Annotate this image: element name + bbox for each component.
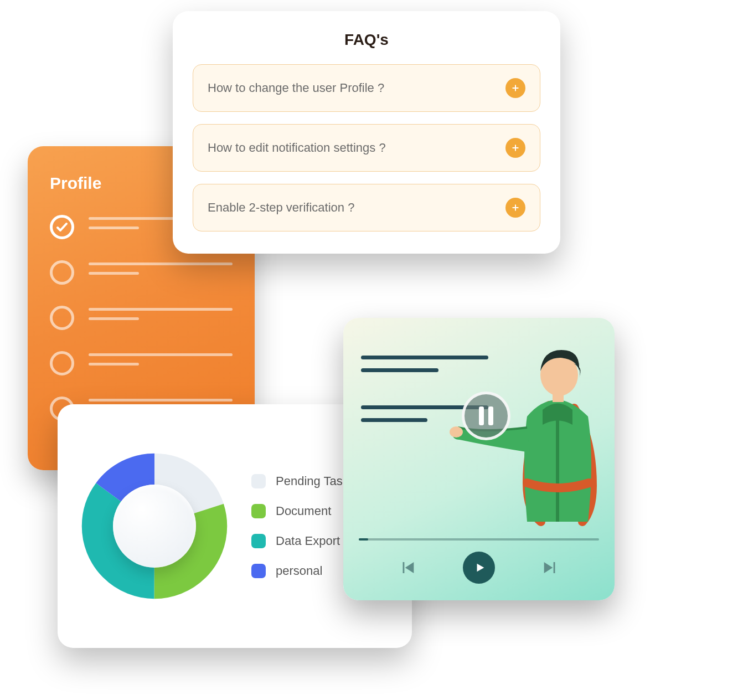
skip-forward-button[interactable] (541, 558, 560, 577)
pause-button[interactable] (462, 392, 510, 440)
legend-item: Data Export (251, 534, 355, 548)
faq-title: FAQ's (193, 31, 540, 49)
profile-item[interactable] (50, 306, 233, 330)
storage-legend: Pending Tasks Document Data Export perso… (251, 474, 355, 578)
plus-icon (505, 78, 525, 98)
legend-item: Document (251, 504, 355, 518)
faq-card: FAQ's How to change the user Profile ? H… (173, 11, 560, 254)
check-circle-icon (50, 215, 74, 239)
profile-item[interactable] (50, 351, 233, 375)
pause-icon (488, 406, 493, 425)
faq-item[interactable]: How to edit notification settings ? (193, 124, 540, 172)
person-illustration (444, 344, 599, 531)
profile-item-text (89, 306, 233, 320)
circle-icon (50, 306, 74, 330)
pause-icon (479, 406, 484, 425)
faq-item[interactable]: Enable 2-step verification ? (193, 184, 540, 231)
legend-label: personal (276, 564, 322, 578)
faq-question: How to edit notification settings ? (208, 141, 386, 155)
media-canvas (359, 333, 599, 531)
donut-center (113, 485, 196, 568)
play-button[interactable] (463, 552, 495, 584)
faq-item[interactable]: How to change the user Profile ? (193, 64, 540, 112)
profile-item-text (89, 260, 233, 275)
faq-question: How to change the user Profile ? (208, 81, 384, 95)
legend-label: Data Export (276, 534, 340, 548)
legend-swatch (251, 504, 266, 518)
plus-icon (505, 198, 525, 218)
profile-item[interactable] (50, 260, 233, 285)
legend-swatch (251, 534, 266, 548)
legend-swatch (251, 564, 266, 578)
svg-point-10 (450, 426, 463, 437)
profile-item-text (89, 351, 233, 366)
legend-label: Document (276, 504, 331, 518)
faq-question: Enable 2-step verification ? (208, 200, 354, 215)
legend-item: personal (251, 564, 355, 578)
legend-swatch (251, 474, 266, 488)
media-controls (359, 552, 599, 587)
plus-icon (505, 138, 525, 158)
media-player-card (343, 318, 615, 600)
circle-icon (50, 351, 74, 375)
circle-icon (50, 260, 74, 285)
donut-chart (80, 451, 229, 601)
media-progress[interactable] (359, 538, 599, 541)
legend-item: Pending Tasks (251, 474, 355, 488)
skip-back-button[interactable] (398, 558, 417, 577)
